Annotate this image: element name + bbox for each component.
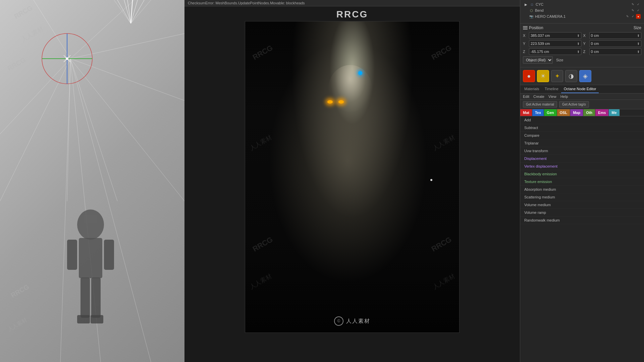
z-size-input[interactable]: 0 cm [591,50,637,54]
shader-tab-ems[interactable]: Ems [595,109,609,116]
main-layout: RRCG RRCG 人人素材 RRCG 人人素材 RRCG [0,0,644,362]
list-item-randomwalk-medium[interactable]: Randomwalk medium [520,217,644,224]
glow-eye-right [338,100,344,104]
position-label: Position [529,25,543,30]
shader-tab-tex[interactable]: Tex [532,109,544,116]
status-text: ChecksumError: MeshBounds.UpdatePointNod… [188,1,305,5]
z-pos-spin[interactable]: ⬆ [577,50,580,54]
x-pos-spin[interactable]: ⬆ [577,34,580,38]
tab-bar: Materials Timeline Octane Node Editor [520,85,644,94]
center-viewport[interactable]: ChecksumError: MeshBounds.UpdatePointNod… [184,0,520,362]
outliner-label-camera: HERO CAMERA.1 [535,14,566,18]
outliner-edit-icon[interactable]: ✎ [631,2,635,7]
svg-rect-32 [77,315,90,323]
svg-rect-30 [80,278,90,318]
z-pos-input-wrap[interactable]: -65.175 cm ⬆ [529,48,581,55]
z-size-input-wrap[interactable]: 0 cm ⬆ [589,48,642,55]
y-pos-input[interactable]: 223.539 cm [531,42,577,46]
menu-view[interactable]: View [548,95,556,99]
shader-tab-gen[interactable]: Gen [544,109,557,116]
mode-icon-row: ● ☀ ✦ ◑ ◈ [520,67,644,85]
outliner-bend-icon: ⬡ [529,8,534,13]
list-item-triplanar[interactable]: Triplanar [520,139,644,147]
outliner-row-bend[interactable]: ⬡ Bend ✎ ✓ [522,7,642,13]
shader-tabs: Mat Tex Gen OSL Map Oth Ems Me [520,109,644,116]
full-circle-btn[interactable]: ◈ [579,70,591,82]
outliner-bend-check-icon[interactable]: ✓ [636,8,641,13]
pos-size-title: Position [523,25,543,30]
list-item-uvw-transform[interactable]: Uvw transform [520,147,644,155]
shader-tab-mat[interactable]: Mat [520,109,532,116]
menu-edit[interactable]: Edit [523,95,529,99]
y-pos-spin[interactable]: ⬆ [577,42,580,46]
outliner-label-bend: Bend [535,8,544,12]
shader-tab-me[interactable]: Me [609,109,620,116]
menu-help[interactable]: Help [560,95,568,99]
left-viewport[interactable]: RRCG RRCG 人人素材 RRCG 人人素材 RRCG [0,0,184,362]
half-circle-btn[interactable]: ◑ [565,70,577,82]
x-label: X [523,34,527,38]
list-item-blackbody[interactable]: Blackbody emission [520,170,644,178]
copyright-icon: © [334,316,343,326]
sun-outline-btn[interactable]: ✦ [551,70,563,82]
svg-rect-31 [91,278,101,318]
coord-system-dropdown[interactable]: Object (Rel) World [523,56,553,64]
tab-octane-node-editor[interactable]: Octane Node Editor [561,85,599,93]
size-dropdown-label: Size [556,58,563,62]
y-pos-input-wrap[interactable]: 223.539 cm ⬆ [529,40,581,47]
outliner-cam-edit-icon[interactable]: ✎ [625,14,630,19]
x-size-input-wrap[interactable]: 0 cm ⬆ [589,32,642,39]
outliner-cam-check-icon[interactable]: ✓ [631,14,635,19]
outliner-label-cyc: CYC [536,2,543,6]
shader-tab-osl[interactable]: OSL [557,109,571,116]
outliner-row-cyc[interactable]: ▶ □ CYC ✎ ✓ [522,1,642,7]
robot-figure [57,191,124,342]
y-size-input[interactable]: 0 cm [591,42,637,46]
list-item-add[interactable]: Add [520,116,644,124]
list-item-displacement[interactable]: Displacement [520,155,644,163]
z-label: Z [523,50,527,54]
y-size-input-wrap[interactable]: 0 cm ⬆ [589,40,642,47]
menu-lines-icon [523,26,528,29]
white-reflection-dot [430,179,432,181]
x-size-spin[interactable]: ⬆ [637,34,640,38]
list-item-volume-medium[interactable]: Volume medium [520,201,644,209]
octane-menu-bar: Edit Create View Help [520,94,644,100]
outliner-folder-icon: □ [530,2,534,7]
list-item-scattering-medium[interactable]: Scattering medium [520,193,644,201]
list-item-subtract[interactable]: Subtract [520,124,644,132]
outliner-check-icon[interactable]: ✓ [636,2,641,7]
z-size-spin[interactable]: ⬆ [637,50,640,54]
get-active-material-btn[interactable]: Get Active material [523,101,557,108]
shader-tab-map[interactable]: Map [570,109,583,116]
y-size-spin[interactable]: ⬆ [637,42,640,46]
get-active-tag-btn[interactable]: Get Active tag/o [559,101,589,108]
y-label: Y [523,42,527,46]
x-coord-row: X 385.037 cm ⬆ X 0 cm ⬆ [523,32,641,39]
svg-rect-29 [104,240,114,270]
list-item-vertex-displacement[interactable]: Vertex displacement [520,163,644,170]
x-size-label: X [583,34,587,38]
svg-rect-33 [91,315,103,323]
list-item-texture-emission[interactable]: Texture emission [520,178,644,186]
list-item-absorption-medium[interactable]: Absorption medium [520,186,644,193]
bottom-brand-bar: © 人人素材 [334,316,370,326]
y-coord-row: Y 223.539 cm ⬆ Y 0 cm ⬆ [523,40,641,47]
render-mode-btn[interactable]: ● [523,70,535,82]
shader-tab-oth[interactable]: Oth [583,109,595,116]
list-item-volume-ramp[interactable]: Volume ramp [520,209,644,217]
get-active-bar: Get Active material Get Active tag/o [520,100,644,109]
sun-filled-btn[interactable]: ☀ [537,70,549,82]
svg-rect-27 [79,238,102,278]
list-item-compare[interactable]: Compare [520,132,644,139]
x-pos-input-wrap[interactable]: 385.037 cm ⬆ [529,32,581,39]
menu-create[interactable]: Create [533,95,544,99]
z-pos-input[interactable]: -65.175 cm [531,50,577,54]
x-size-input[interactable]: 0 cm [591,34,637,38]
tab-timeline[interactable]: Timeline [542,85,561,93]
bottom-brand-label: 人人素材 [346,318,370,325]
x-pos-input[interactable]: 385.037 cm [531,34,577,38]
tab-materials[interactable]: Materials [522,85,542,93]
outliner-row-camera[interactable]: 📷 HERO CAMERA.1 ✎ ✓ ● [522,13,642,19]
outliner-bend-edit-icon[interactable]: ✎ [631,8,635,13]
